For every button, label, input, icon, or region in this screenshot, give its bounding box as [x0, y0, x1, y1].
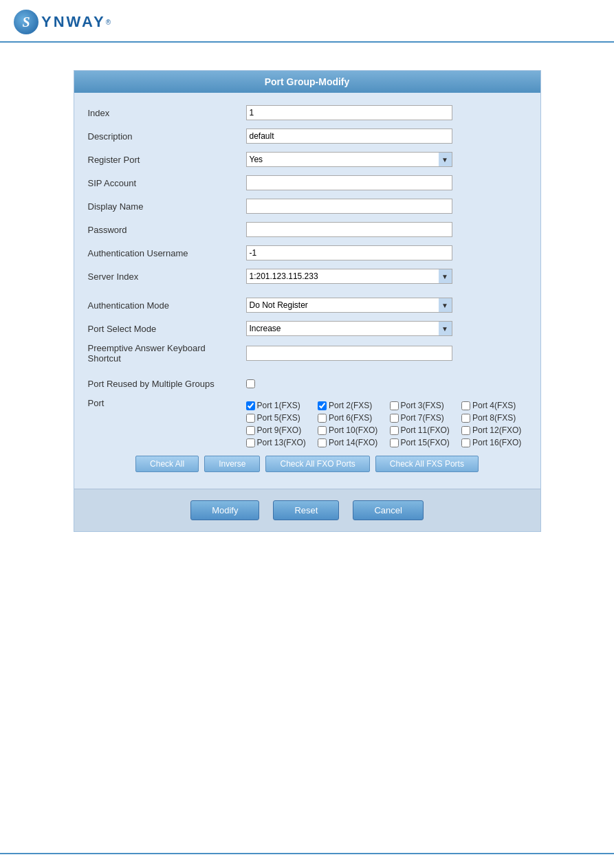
header: S YNWAY ®: [0, 0, 614, 43]
server-index-label: Server Index: [88, 271, 246, 282]
port-16-checkbox[interactable]: [461, 438, 470, 447]
sip-account-control: [246, 175, 527, 190]
page-wrapper: S YNWAY ® Port Group-Modify Index 1: [0, 0, 614, 868]
auth-mode-label: Authentication Mode: [88, 300, 246, 311]
list-item: Port 13(FXO): [246, 438, 311, 447]
port-11-label: Port 11(FXO): [401, 425, 450, 435]
display-name-input[interactable]: [246, 199, 452, 214]
password-label: Password: [88, 225, 246, 235]
form-row-port: Port Port 1(FXS) Port 2(FXS): [88, 398, 527, 447]
list-item: Port 9(FXO): [246, 425, 311, 435]
port-grid: Port 1(FXS) Port 2(FXS) Port 3(FXS): [246, 401, 527, 447]
form-row-server-index: Server Index 1:201.123.115.233 ▼: [88, 267, 527, 285]
list-item: Port 4(FXS): [461, 401, 527, 410]
auth-mode-select[interactable]: Do Not Register Register: [246, 298, 452, 313]
inverse-button[interactable]: Inverse: [204, 456, 260, 472]
list-item: Port 14(FXO): [318, 438, 383, 447]
port-select-label: Port Select Mode: [88, 324, 246, 334]
dialog-body: Index 1 Description Register Port: [74, 93, 540, 489]
port-16-label: Port 16(FXO): [472, 438, 521, 447]
port-11-checkbox[interactable]: [390, 426, 399, 435]
port-10-label: Port 10(FXO): [329, 425, 377, 435]
sip-account-input[interactable]: [246, 175, 452, 190]
port-reused-checkbox-wrapper: [246, 379, 527, 388]
port-12-label: Port 12(FXO): [472, 425, 521, 435]
form-row-auth-username: Authentication Username: [88, 244, 527, 262]
port-13-checkbox[interactable]: [246, 438, 255, 447]
port-5-checkbox[interactable]: [246, 414, 255, 423]
port-15-label: Port 15(FXO): [401, 438, 450, 447]
server-index-control: 1:201.123.115.233 ▼: [246, 269, 527, 284]
port-6-label: Port 6(FXS): [329, 413, 372, 423]
form-row-port-reused: Port Reused by Multiple Groups: [88, 375, 527, 392]
logo-registered: ®: [106, 19, 111, 26]
form-row-password: Password: [88, 221, 527, 238]
port-2-label: Port 2(FXS): [329, 401, 372, 410]
check-all-fxo-button[interactable]: Check All FXO Ports: [265, 456, 369, 472]
main-content: Port Group-Modify Index 1 Description: [0, 43, 614, 559]
dialog-port-group-modify: Port Group-Modify Index 1 Description: [74, 70, 541, 532]
sip-account-label: SIP Account: [88, 178, 246, 188]
port-9-checkbox[interactable]: [246, 426, 255, 435]
password-input[interactable]: [246, 222, 452, 237]
list-item: Port 6(FXS): [318, 413, 383, 423]
check-all-button[interactable]: Check All: [135, 456, 199, 472]
register-port-select[interactable]: Yes No: [246, 152, 452, 167]
server-index-select-wrapper: 1:201.123.115.233 ▼: [246, 269, 452, 284]
description-control: [246, 129, 527, 144]
form-row-display-name: Display Name: [88, 197, 527, 215]
auth-username-control: [246, 245, 527, 260]
index-control: 1: [246, 105, 527, 120]
description-input[interactable]: [246, 129, 452, 144]
port-10-checkbox[interactable]: [318, 426, 327, 435]
dialog-title: Port Group-Modify: [74, 71, 540, 93]
modify-button[interactable]: Modify: [190, 500, 259, 520]
port-6-checkbox[interactable]: [318, 414, 327, 423]
preemptive-input[interactable]: [246, 346, 452, 361]
list-item: Port 16(FXO): [461, 438, 527, 447]
index-input[interactable]: 1: [246, 105, 452, 120]
reset-button[interactable]: Reset: [273, 500, 339, 520]
display-name-label: Display Name: [88, 201, 246, 212]
register-port-select-wrapper: Yes No ▼: [246, 152, 452, 167]
auth-username-input[interactable]: [246, 245, 452, 260]
port-4-checkbox[interactable]: [461, 401, 470, 410]
port-8-checkbox[interactable]: [461, 414, 470, 423]
preemptive-label: Preemptive Answer Keyboard Shortcut: [88, 343, 246, 364]
port-reused-checkbox[interactable]: [246, 379, 255, 388]
form-row-port-select: Port Select Mode Increase Decrease Rando…: [88, 320, 527, 337]
register-port-control: Yes No ▼: [246, 152, 527, 167]
server-index-select[interactable]: 1:201.123.115.233: [246, 269, 452, 284]
password-control: [246, 222, 527, 237]
port-2-checkbox[interactable]: [318, 401, 327, 410]
index-label: Index: [88, 108, 246, 118]
list-item: Port 3(FXS): [390, 401, 455, 410]
port-7-label: Port 7(FXS): [401, 413, 444, 423]
port-14-checkbox[interactable]: [318, 438, 327, 447]
logo-text: YNWAY: [41, 13, 106, 31]
list-item: Port 7(FXS): [390, 413, 455, 423]
port-13-label: Port 13(FXO): [257, 438, 306, 447]
display-name-control: [246, 199, 527, 214]
port-12-checkbox[interactable]: [461, 426, 470, 435]
form-row-sip-account: SIP Account: [88, 174, 527, 192]
register-port-label: Register Port: [88, 155, 246, 165]
port-1-checkbox[interactable]: [246, 401, 255, 410]
list-item: Port 11(FXO): [390, 425, 455, 435]
check-all-fxs-button[interactable]: Check All FXS Ports: [375, 456, 479, 472]
port-4-label: Port 4(FXS): [472, 401, 516, 410]
cancel-button[interactable]: Cancel: [353, 500, 423, 520]
port-14-label: Port 14(FXO): [329, 438, 377, 447]
logo-area: S YNWAY ®: [14, 10, 600, 34]
port-1-label: Port 1(FXS): [257, 401, 300, 410]
auth-mode-select-wrapper: Do Not Register Register ▼: [246, 298, 452, 313]
port-3-checkbox[interactable]: [390, 401, 399, 410]
auth-username-label: Authentication Username: [88, 248, 246, 258]
port-select-select[interactable]: Increase Decrease Random: [246, 321, 452, 336]
port-7-checkbox[interactable]: [390, 414, 399, 423]
port-3-label: Port 3(FXS): [401, 401, 444, 410]
port-15-checkbox[interactable]: [390, 438, 399, 447]
list-item: Port 8(FXS): [461, 413, 527, 423]
form-row-register-port: Register Port Yes No ▼: [88, 151, 527, 168]
action-buttons-row: Check All Inverse Check All FXO Ports Ch…: [88, 456, 527, 478]
